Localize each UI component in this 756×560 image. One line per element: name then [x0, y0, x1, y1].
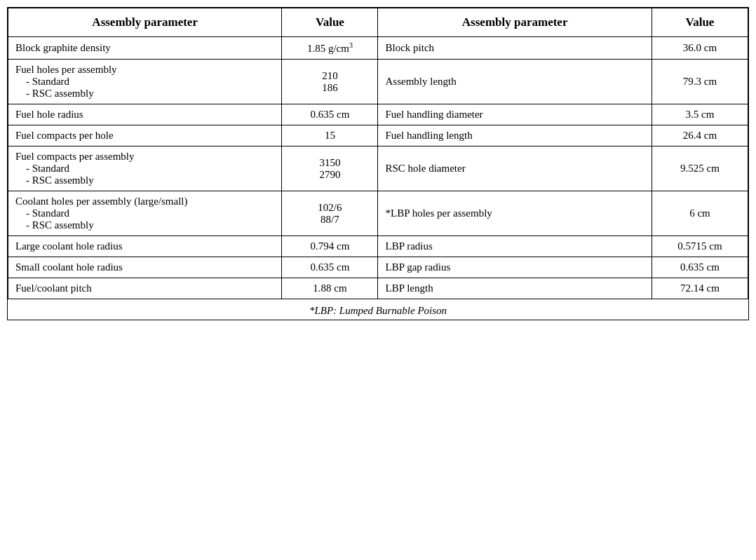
- table-row: Fuel/coolant pitch1.88 cmLBP length72.14…: [8, 278, 748, 299]
- param-sub-item: Standard: [15, 163, 274, 175]
- right-param-cell: LBP length: [378, 278, 652, 299]
- param-sub-item: Standard: [15, 207, 274, 219]
- main-table-wrapper: Assembly parameter Value Assembly parame…: [7, 7, 749, 320]
- value-item: 186: [289, 82, 370, 94]
- param-main-text: Fuel compacts per assembly: [15, 151, 274, 163]
- left-value-cell: 15: [282, 125, 378, 146]
- right-value-cell: 72.14 cm: [652, 278, 748, 299]
- right-value-cell: 6 cm: [652, 191, 748, 236]
- left-value-cell: 0.635 cm: [282, 104, 378, 125]
- table-row: Coolant holes per assembly (large/small)…: [8, 191, 748, 236]
- value-item: 2790: [289, 169, 370, 181]
- table-row: Small coolant hole radius0.635 cmLBP gap…: [8, 257, 748, 278]
- right-value-cell: 79.3 cm: [652, 60, 748, 104]
- right-param-cell: Block pitch: [378, 37, 652, 60]
- left-value-cell: 31502790: [282, 146, 378, 191]
- left-param-cell: Fuel compacts per hole: [8, 125, 282, 146]
- param-sub-item: RSC assembly: [15, 219, 274, 231]
- left-value-cell: 0.635 cm: [282, 257, 378, 278]
- right-param-cell: *LBP holes per assembly: [378, 191, 652, 236]
- left-param-cell: Large coolant hole radius: [8, 236, 282, 257]
- left-param-cell: Fuel compacts per assemblyStandardRSC as…: [8, 146, 282, 191]
- col-header-left-param: Assembly parameter: [8, 8, 282, 37]
- table-row: Fuel compacts per assemblyStandardRSC as…: [8, 146, 748, 191]
- param-main-text: Fuel holes per assembly: [15, 64, 274, 76]
- left-value-cell: 1.85 g/cm3: [282, 37, 378, 60]
- left-value-cell: 102/688/7: [282, 191, 378, 236]
- table-row: Fuel hole radius0.635 cmFuel handling di…: [8, 104, 748, 125]
- right-value-cell: 0.5715 cm: [652, 236, 748, 257]
- right-value-cell: 26.4 cm: [652, 125, 748, 146]
- table-row: Fuel compacts per hole15Fuel handling le…: [8, 125, 748, 146]
- right-value-cell: 9.525 cm: [652, 146, 748, 191]
- table-row: Large coolant hole radius0.794 cmLBP rad…: [8, 236, 748, 257]
- param-sub-item: RSC assembly: [15, 175, 274, 186]
- right-value-cell: 3.5 cm: [652, 104, 748, 125]
- right-param-cell: Assembly length: [378, 60, 652, 104]
- table-row: Block graphite density1.85 g/cm3Block pi…: [8, 37, 748, 60]
- right-param-cell: Fuel handling diameter: [378, 104, 652, 125]
- col-header-right-param: Assembly parameter: [378, 8, 652, 37]
- left-value-cell: 210186: [282, 60, 378, 104]
- right-param-cell: LBP gap radius: [378, 257, 652, 278]
- value-item: 88/7: [289, 214, 370, 226]
- left-param-cell: Coolant holes per assembly (large/small)…: [8, 191, 282, 236]
- col-header-left-value: Value: [282, 8, 378, 37]
- col-header-right-value: Value: [652, 8, 748, 37]
- value-item: 210: [289, 70, 370, 82]
- param-sub-item: RSC assembly: [15, 88, 274, 100]
- assembly-parameters-table: Assembly parameter Value Assembly parame…: [8, 8, 748, 299]
- left-param-cell: Fuel holes per assemblyStandardRSC assem…: [8, 60, 282, 104]
- right-value-cell: 0.635 cm: [652, 257, 748, 278]
- left-param-cell: Block graphite density: [8, 37, 282, 60]
- param-main-text: Coolant holes per assembly (large/small): [15, 196, 274, 207]
- left-param-cell: Fuel/coolant pitch: [8, 278, 282, 299]
- left-value-cell: 0.794 cm: [282, 236, 378, 257]
- left-param-cell: Fuel hole radius: [8, 104, 282, 125]
- left-value-cell: 1.88 cm: [282, 278, 378, 299]
- right-param-cell: LBP radius: [378, 236, 652, 257]
- right-param-cell: Fuel handling length: [378, 125, 652, 146]
- param-sub-item: Standard: [15, 76, 274, 88]
- value-item: 3150: [289, 157, 370, 169]
- value-item: 102/6: [289, 202, 370, 214]
- right-param-cell: RSC hole diameter: [378, 146, 652, 191]
- left-param-cell: Small coolant hole radius: [8, 257, 282, 278]
- table-row: Fuel holes per assemblyStandardRSC assem…: [8, 60, 748, 104]
- right-value-cell: 36.0 cm: [652, 37, 748, 60]
- table-footnote: *LBP: Lumped Burnable Poison: [8, 299, 748, 320]
